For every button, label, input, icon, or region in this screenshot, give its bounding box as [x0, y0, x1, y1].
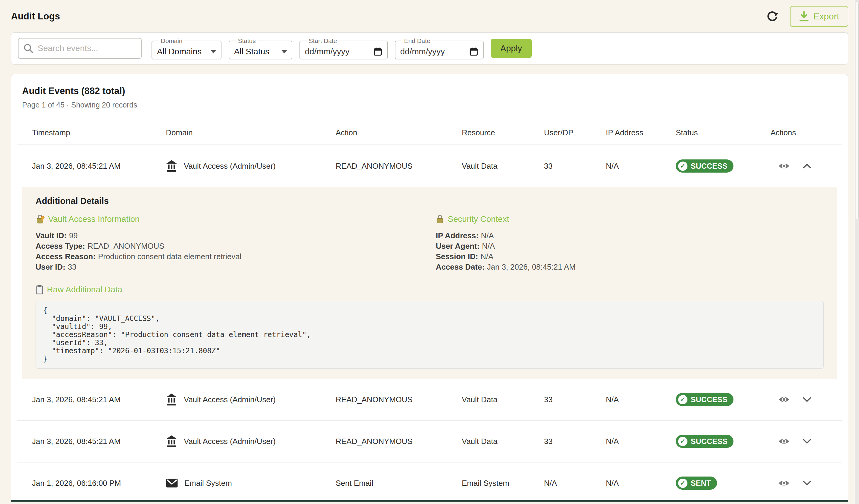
download-icon [799, 11, 809, 22]
detail-field: Vault ID:99 [35, 231, 436, 241]
status-badge: ✓ SUCCESS [676, 435, 734, 448]
collapse-row-button[interactable] [803, 163, 811, 169]
cell-domain-label: Vault Access (Admin/User) [184, 395, 275, 404]
domain-filter-label: Domain [159, 37, 184, 45]
events-title: Audit Events (882 total) [22, 86, 837, 96]
status-badge-label: SENT [691, 479, 711, 488]
chevron-down-icon [803, 439, 811, 444]
vault-section-title: Vault Access Information [48, 215, 139, 224]
eye-icon [778, 479, 790, 487]
detail-field: Session ID:N/A [436, 251, 824, 262]
security-section-title: Security Context [448, 215, 509, 224]
status-filter-value: All Status [234, 47, 269, 57]
table-row[interactable]: Jan 3, 2026, 08:45:21 AM Vault Access (A… [17, 379, 842, 421]
detail-field: IP Address:N/A [436, 231, 824, 241]
raw-section-title: Raw Additional Data [47, 285, 122, 295]
table-row[interactable]: Jan 1, 2026, 06:16:00 PM Email System Se… [17, 462, 842, 502]
scrollbar-thumb[interactable] [856, 1, 859, 219]
status-badge-label: SUCCESS [691, 437, 727, 446]
domain-filter[interactable]: Domain All Domains [152, 37, 222, 59]
cell-resource: Vault Data [462, 161, 544, 171]
bank-icon [166, 160, 177, 172]
lock-key-icon [35, 215, 45, 224]
status-badge: ✓ SENT [676, 476, 717, 490]
cell-timestamp: Jan 1, 2026, 06:16:00 PM [32, 478, 166, 488]
col-actions: Actions [770, 128, 839, 137]
status-badge: ✓ SUCCESS [676, 159, 734, 173]
cell-domain-label: Vault Access (Admin/User) [184, 437, 275, 446]
raw-json-block: { "domain": "VAULT_ACCESS", "vaultId": 9… [35, 301, 824, 369]
expand-row-button[interactable] [803, 397, 811, 402]
security-context-section: Security Context IP Address:N/A User Age… [436, 215, 824, 272]
cell-ip: N/A [606, 395, 676, 404]
check-icon: ✓ [678, 437, 688, 446]
view-details-button[interactable] [778, 162, 790, 170]
audit-events-card: Audit Events (882 total) Page 1 of 45 · … [11, 74, 848, 502]
cell-ip: N/A [606, 161, 676, 171]
apply-button[interactable]: Apply [491, 39, 532, 58]
status-badge: ✓ SUCCESS [676, 393, 734, 406]
page-scrollbar[interactable] [855, 0, 859, 504]
status-filter[interactable]: Status All Status [229, 37, 292, 59]
events-table: Timestamp Domain Action Resource User/DP… [17, 121, 842, 502]
status-badge-label: SUCCESS [691, 395, 727, 404]
col-status: Status [676, 128, 770, 137]
view-details-button[interactable] [778, 479, 790, 487]
cell-action: Sent Email [336, 478, 462, 488]
cell-timestamp: Jan 3, 2026, 08:45:21 AM [32, 395, 166, 404]
check-icon: ✓ [678, 161, 688, 171]
table-row[interactable]: Jan 3, 2026, 08:45:21 AM Vault Access (A… [17, 145, 842, 187]
view-details-button[interactable] [778, 437, 790, 445]
cell-user: 33 [544, 437, 606, 446]
export-label: Export [813, 11, 839, 21]
chevron-down-icon [803, 397, 811, 402]
export-button[interactable]: Export [790, 6, 848, 27]
search-box [18, 38, 142, 59]
expand-row-button[interactable] [803, 481, 811, 486]
vault-access-section: Vault Access Information Vault ID:99 Acc… [35, 215, 436, 272]
cell-timestamp: Jan 3, 2026, 08:45:21 AM [32, 161, 166, 171]
eye-icon [778, 162, 790, 170]
search-input[interactable] [37, 44, 146, 53]
table-row[interactable]: Jan 3, 2026, 08:45:21 AM Vault Access (A… [17, 421, 842, 462]
cell-user: N/A [544, 478, 606, 488]
check-icon: ✓ [678, 395, 688, 404]
cell-domain-label: Vault Access (Admin/User) [184, 161, 275, 171]
start-date-label: Start Date [307, 37, 339, 45]
eye-icon [778, 395, 790, 404]
raw-additional-data-section: Raw Additional Data { "domain": "VAULT_A… [35, 285, 824, 369]
detail-field: Access Reason:Production consent data el… [35, 251, 436, 262]
cell-user: 33 [544, 161, 606, 171]
refresh-button[interactable] [766, 10, 779, 23]
cell-user: 33 [544, 395, 606, 404]
start-date-filter[interactable]: Start Date dd/mm/yyyy [300, 37, 388, 59]
calendar-icon[interactable] [373, 47, 382, 56]
additional-details-panel: Additional Details [22, 187, 837, 379]
end-date-filter[interactable]: End Date dd/mm/yyyy [395, 37, 484, 59]
cell-resource: Email System [462, 478, 544, 488]
refresh-icon [766, 10, 779, 23]
expand-row-button[interactable] [803, 439, 811, 444]
cell-resource: Vault Data [462, 395, 544, 404]
chevron-down-icon [282, 50, 287, 53]
calendar-icon[interactable] [469, 47, 478, 56]
cell-ip: N/A [606, 478, 676, 488]
detail-field: Access Type:READ_ANONYMOUS [35, 241, 436, 251]
col-domain: Domain [166, 128, 336, 137]
chevron-up-icon [803, 163, 811, 169]
status-badge-label: SUCCESS [691, 162, 727, 171]
detail-field: User ID:33 [35, 262, 436, 272]
table-header-row: Timestamp Domain Action Resource User/DP… [17, 121, 842, 145]
envelope-icon [166, 478, 178, 488]
topbar: Audit Logs Export [0, 0, 859, 32]
col-ip: IP Address [606, 128, 676, 137]
search-icon [23, 43, 33, 53]
domain-filter-value: All Domains [157, 47, 201, 57]
chevron-down-icon [211, 50, 216, 53]
chevron-down-icon [803, 481, 811, 486]
eye-icon [778, 437, 790, 445]
cell-action: READ_ANONYMOUS [336, 161, 462, 171]
filter-bar: Domain All Domains Status All Status Sta… [11, 32, 848, 64]
view-details-button[interactable] [778, 395, 790, 404]
cell-timestamp: Jan 3, 2026, 08:45:21 AM [32, 437, 166, 446]
